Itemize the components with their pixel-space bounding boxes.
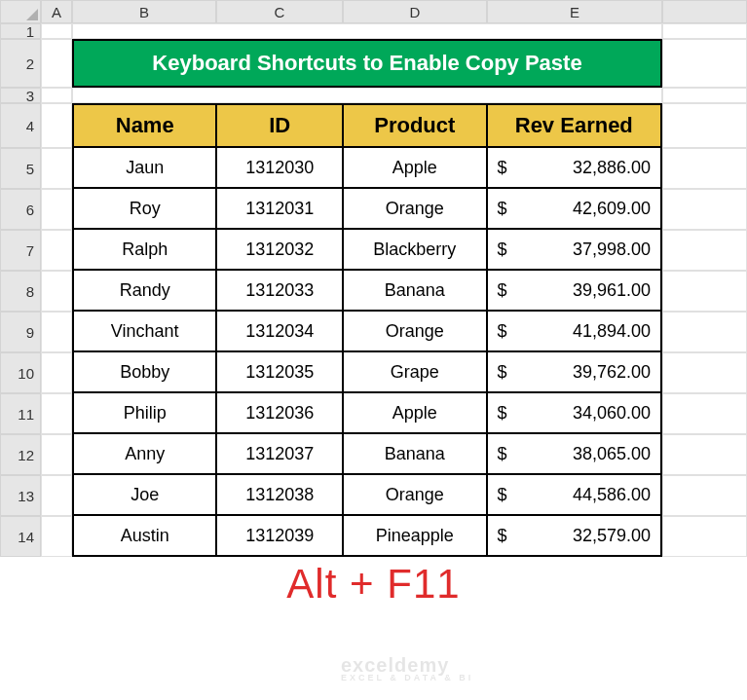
cell-id[interactable]: 1312032	[216, 229, 343, 270]
currency-symbol: $	[498, 280, 507, 301]
cell-product[interactable]: Orange	[343, 311, 487, 351]
col-header-overflow	[662, 0, 747, 23]
table-row: Joe1312038Orange$44,586.00	[73, 474, 661, 515]
select-all-corner[interactable]	[0, 0, 41, 23]
cell-product[interactable]: Grape	[343, 351, 487, 392]
cell-name[interactable]: Philip	[73, 392, 216, 433]
col-header-C[interactable]: C	[216, 0, 343, 23]
cell-id[interactable]: 1312035	[216, 351, 343, 392]
cell-rev[interactable]: $34,060.00	[487, 392, 661, 433]
table-row: Philip1312036Apple$34,060.00	[73, 392, 661, 433]
cell-rev[interactable]: $32,886.00	[487, 147, 661, 188]
row-header-5[interactable]: 5	[0, 148, 41, 189]
row-header-8[interactable]: 8	[0, 271, 41, 312]
currency-symbol: $	[498, 485, 507, 505]
table-row: Randy1312033Banana$39,961.00	[73, 270, 661, 311]
col-header-A[interactable]: A	[41, 0, 72, 23]
row-header-1[interactable]: 1	[0, 23, 41, 39]
row-header-2[interactable]: 2	[0, 39, 41, 88]
cell-rev[interactable]: $37,998.00	[487, 229, 661, 270]
header-id[interactable]: ID	[216, 104, 343, 147]
cell-rev[interactable]: $41,894.00	[487, 311, 661, 351]
cell-product[interactable]: Banana	[343, 270, 487, 311]
row-header-10[interactable]: 10	[0, 352, 41, 393]
currency-symbol: $	[498, 239, 507, 260]
cell-rev[interactable]: $38,065.00	[487, 433, 661, 474]
row-header-7[interactable]: 7	[0, 230, 41, 271]
cell-name[interactable]: Randy	[73, 270, 216, 311]
cell-id[interactable]: 1312037	[216, 433, 343, 474]
cell-id[interactable]: 1312034	[216, 311, 343, 351]
col-a-blank	[41, 23, 72, 557]
cell-product[interactable]: Banana	[343, 433, 487, 474]
spreadsheet-grid: A B C D E	[0, 0, 747, 23]
cell-product[interactable]: Apple	[343, 147, 487, 188]
row-header-9[interactable]: 9	[0, 312, 41, 352]
row-header-6[interactable]: 6	[0, 189, 41, 230]
table-row: Ralph1312032Blackberry$37,998.00	[73, 229, 661, 270]
cell-product[interactable]: Pineapple	[343, 515, 487, 556]
table-row: Roy1312031Orange$42,609.00	[73, 188, 661, 229]
header-rev[interactable]: Rev Earned	[487, 104, 661, 147]
col-header-E[interactable]: E	[487, 0, 662, 23]
cell-id[interactable]: 1312036	[216, 392, 343, 433]
cell-id[interactable]: 1312031	[216, 188, 343, 229]
cell-rev[interactable]: $39,762.00	[487, 351, 661, 392]
table-row: Anny1312037Banana$38,065.00	[73, 433, 661, 474]
table-row: Bobby1312035Grape$39,762.00	[73, 351, 661, 392]
cell-name[interactable]: Roy	[73, 188, 216, 229]
cell-rev[interactable]: $44,586.00	[487, 474, 661, 515]
shortcut-annotation: Alt + F11	[0, 561, 747, 608]
row-gutter: 1 2 3 4 5 6 7 8 9 10 11 12 13 14	[0, 23, 41, 557]
cell-id[interactable]: 1312038	[216, 474, 343, 515]
currency-symbol: $	[498, 444, 507, 464]
cell-name[interactable]: Jaun	[73, 147, 216, 188]
cell-product[interactable]: Orange	[343, 188, 487, 229]
row-header-14[interactable]: 14	[0, 516, 41, 557]
row-header-11[interactable]: 11	[0, 393, 41, 434]
cell-name[interactable]: Anny	[73, 433, 216, 474]
table-row: Austin1312039Pineapple$32,579.00	[73, 515, 661, 556]
currency-symbol: $	[498, 403, 507, 424]
col-header-D[interactable]: D	[343, 0, 487, 23]
currency-symbol: $	[498, 158, 507, 178]
row-header-4[interactable]: 4	[0, 103, 41, 148]
row-header-13[interactable]: 13	[0, 475, 41, 516]
cell-name[interactable]: Austin	[73, 515, 216, 556]
cell-name[interactable]: Vinchant	[73, 311, 216, 351]
currency-symbol: $	[498, 362, 507, 383]
title-bar: Keyboard Shortcuts to Enable Copy Paste	[72, 39, 662, 88]
row-header-3[interactable]: 3	[0, 88, 41, 103]
cell-id[interactable]: 1312033	[216, 270, 343, 311]
data-table: Name ID Product Rev Earned Jaun1312030Ap…	[72, 103, 662, 557]
currency-symbol: $	[498, 321, 507, 342]
cell-product[interactable]: Orange	[343, 474, 487, 515]
cell-id[interactable]: 1312039	[216, 515, 343, 556]
cell-rev[interactable]: $39,961.00	[487, 270, 661, 311]
currency-symbol: $	[498, 199, 507, 219]
table-header-row: Name ID Product Rev Earned	[73, 104, 661, 147]
cell-rev[interactable]: $32,579.00	[487, 515, 661, 556]
header-name[interactable]: Name	[73, 104, 216, 147]
row-header-12[interactable]: 12	[0, 434, 41, 475]
cell-name[interactable]: Joe	[73, 474, 216, 515]
cell-product[interactable]: Blackberry	[343, 229, 487, 270]
cell-id[interactable]: 1312030	[216, 147, 343, 188]
cell-name[interactable]: Ralph	[73, 229, 216, 270]
cell-rev[interactable]: $42,609.00	[487, 188, 661, 229]
header-product[interactable]: Product	[343, 104, 487, 147]
table-row: Jaun1312030Apple$32,886.00	[73, 147, 661, 188]
col-header-B[interactable]: B	[72, 0, 216, 23]
cell-product[interactable]: Apple	[343, 392, 487, 433]
col-overflow-blank	[662, 23, 747, 557]
table-row: Vinchant1312034Orange$41,894.00	[73, 311, 661, 351]
currency-symbol: $	[498, 526, 507, 546]
cell-name[interactable]: Bobby	[73, 351, 216, 392]
